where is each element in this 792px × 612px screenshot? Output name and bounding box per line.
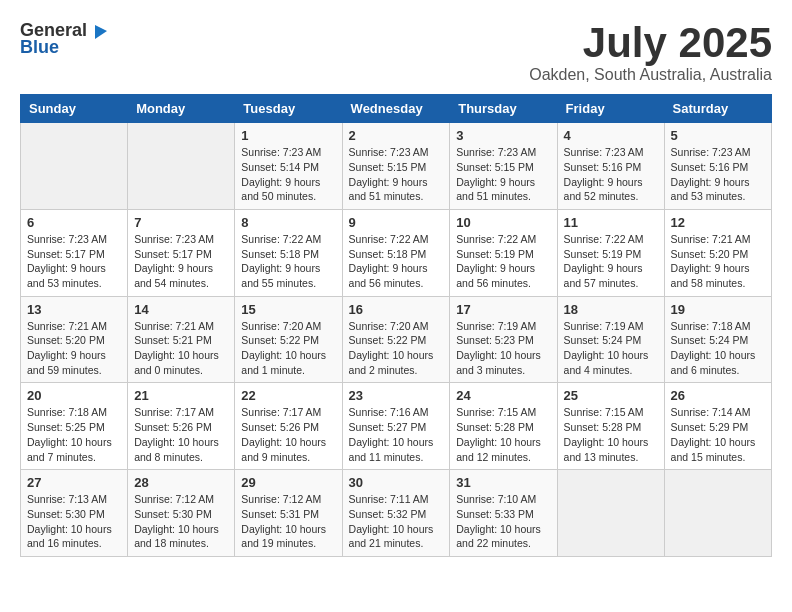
calendar-cell [21, 123, 128, 210]
calendar-cell: 1Sunrise: 7:23 AM Sunset: 5:14 PM Daylig… [235, 123, 342, 210]
calendar-cell: 16Sunrise: 7:20 AM Sunset: 5:22 PM Dayli… [342, 296, 450, 383]
day-info: Sunrise: 7:10 AM Sunset: 5:33 PM Dayligh… [456, 492, 550, 551]
calendar-cell: 3Sunrise: 7:23 AM Sunset: 5:15 PM Daylig… [450, 123, 557, 210]
day-info: Sunrise: 7:22 AM Sunset: 5:19 PM Dayligh… [564, 232, 658, 291]
day-info: Sunrise: 7:23 AM Sunset: 5:17 PM Dayligh… [134, 232, 228, 291]
day-info: Sunrise: 7:17 AM Sunset: 5:26 PM Dayligh… [134, 405, 228, 464]
calendar-table: SundayMondayTuesdayWednesdayThursdayFrid… [20, 94, 772, 557]
day-info: Sunrise: 7:23 AM Sunset: 5:15 PM Dayligh… [456, 145, 550, 204]
location-title: Oakden, South Australia, Australia [529, 66, 772, 84]
day-info: Sunrise: 7:19 AM Sunset: 5:23 PM Dayligh… [456, 319, 550, 378]
calendar-cell: 20Sunrise: 7:18 AM Sunset: 5:25 PM Dayli… [21, 383, 128, 470]
day-number: 11 [564, 215, 658, 230]
calendar-cell: 18Sunrise: 7:19 AM Sunset: 5:24 PM Dayli… [557, 296, 664, 383]
weekday-header-thursday: Thursday [450, 95, 557, 123]
calendar-cell: 7Sunrise: 7:23 AM Sunset: 5:17 PM Daylig… [128, 209, 235, 296]
calendar-cell: 26Sunrise: 7:14 AM Sunset: 5:29 PM Dayli… [664, 383, 771, 470]
calendar-week-row: 1Sunrise: 7:23 AM Sunset: 5:14 PM Daylig… [21, 123, 772, 210]
calendar-cell: 4Sunrise: 7:23 AM Sunset: 5:16 PM Daylig… [557, 123, 664, 210]
calendar-cell: 12Sunrise: 7:21 AM Sunset: 5:20 PM Dayli… [664, 209, 771, 296]
day-info: Sunrise: 7:22 AM Sunset: 5:18 PM Dayligh… [241, 232, 335, 291]
day-info: Sunrise: 7:21 AM Sunset: 5:20 PM Dayligh… [27, 319, 121, 378]
day-number: 28 [134, 475, 228, 490]
calendar-cell: 5Sunrise: 7:23 AM Sunset: 5:16 PM Daylig… [664, 123, 771, 210]
day-info: Sunrise: 7:22 AM Sunset: 5:18 PM Dayligh… [349, 232, 444, 291]
calendar-cell: 15Sunrise: 7:20 AM Sunset: 5:22 PM Dayli… [235, 296, 342, 383]
weekday-header-wednesday: Wednesday [342, 95, 450, 123]
day-info: Sunrise: 7:23 AM Sunset: 5:15 PM Dayligh… [349, 145, 444, 204]
day-info: Sunrise: 7:21 AM Sunset: 5:21 PM Dayligh… [134, 319, 228, 378]
day-number: 14 [134, 302, 228, 317]
calendar-cell: 27Sunrise: 7:13 AM Sunset: 5:30 PM Dayli… [21, 470, 128, 557]
day-number: 4 [564, 128, 658, 143]
day-number: 23 [349, 388, 444, 403]
day-info: Sunrise: 7:15 AM Sunset: 5:28 PM Dayligh… [564, 405, 658, 464]
day-info: Sunrise: 7:11 AM Sunset: 5:32 PM Dayligh… [349, 492, 444, 551]
calendar-cell: 10Sunrise: 7:22 AM Sunset: 5:19 PM Dayli… [450, 209, 557, 296]
calendar-cell: 30Sunrise: 7:11 AM Sunset: 5:32 PM Dayli… [342, 470, 450, 557]
calendar-cell: 23Sunrise: 7:16 AM Sunset: 5:27 PM Dayli… [342, 383, 450, 470]
weekday-header-sunday: Sunday [21, 95, 128, 123]
month-title: July 2025 [529, 20, 772, 66]
calendar-cell: 13Sunrise: 7:21 AM Sunset: 5:20 PM Dayli… [21, 296, 128, 383]
calendar-cell: 2Sunrise: 7:23 AM Sunset: 5:15 PM Daylig… [342, 123, 450, 210]
weekday-header-tuesday: Tuesday [235, 95, 342, 123]
day-number: 30 [349, 475, 444, 490]
day-number: 18 [564, 302, 658, 317]
day-info: Sunrise: 7:20 AM Sunset: 5:22 PM Dayligh… [241, 319, 335, 378]
day-number: 10 [456, 215, 550, 230]
calendar-header-row: SundayMondayTuesdayWednesdayThursdayFrid… [21, 95, 772, 123]
day-info: Sunrise: 7:19 AM Sunset: 5:24 PM Dayligh… [564, 319, 658, 378]
day-number: 3 [456, 128, 550, 143]
calendar-cell [128, 123, 235, 210]
day-number: 24 [456, 388, 550, 403]
calendar-cell: 31Sunrise: 7:10 AM Sunset: 5:33 PM Dayli… [450, 470, 557, 557]
day-info: Sunrise: 7:18 AM Sunset: 5:25 PM Dayligh… [27, 405, 121, 464]
day-number: 8 [241, 215, 335, 230]
header: General Blue July 2025 Oakden, South Aus… [20, 20, 772, 84]
day-info: Sunrise: 7:23 AM Sunset: 5:16 PM Dayligh… [671, 145, 765, 204]
day-info: Sunrise: 7:13 AM Sunset: 5:30 PM Dayligh… [27, 492, 121, 551]
calendar-cell: 8Sunrise: 7:22 AM Sunset: 5:18 PM Daylig… [235, 209, 342, 296]
calendar-week-row: 20Sunrise: 7:18 AM Sunset: 5:25 PM Dayli… [21, 383, 772, 470]
day-info: Sunrise: 7:21 AM Sunset: 5:20 PM Dayligh… [671, 232, 765, 291]
day-number: 1 [241, 128, 335, 143]
weekday-header-monday: Monday [128, 95, 235, 123]
calendar-cell: 22Sunrise: 7:17 AM Sunset: 5:26 PM Dayli… [235, 383, 342, 470]
day-info: Sunrise: 7:15 AM Sunset: 5:28 PM Dayligh… [456, 405, 550, 464]
day-number: 19 [671, 302, 765, 317]
calendar-cell: 9Sunrise: 7:22 AM Sunset: 5:18 PM Daylig… [342, 209, 450, 296]
day-info: Sunrise: 7:17 AM Sunset: 5:26 PM Dayligh… [241, 405, 335, 464]
day-number: 27 [27, 475, 121, 490]
day-number: 29 [241, 475, 335, 490]
calendar-cell: 17Sunrise: 7:19 AM Sunset: 5:23 PM Dayli… [450, 296, 557, 383]
calendar-cell: 24Sunrise: 7:15 AM Sunset: 5:28 PM Dayli… [450, 383, 557, 470]
day-number: 20 [27, 388, 121, 403]
day-number: 26 [671, 388, 765, 403]
day-info: Sunrise: 7:23 AM Sunset: 5:16 PM Dayligh… [564, 145, 658, 204]
calendar-cell: 6Sunrise: 7:23 AM Sunset: 5:17 PM Daylig… [21, 209, 128, 296]
calendar-cell: 21Sunrise: 7:17 AM Sunset: 5:26 PM Dayli… [128, 383, 235, 470]
title-area: July 2025 Oakden, South Australia, Austr… [529, 20, 772, 84]
calendar-cell [557, 470, 664, 557]
calendar-cell: 19Sunrise: 7:18 AM Sunset: 5:24 PM Dayli… [664, 296, 771, 383]
day-number: 31 [456, 475, 550, 490]
day-number: 21 [134, 388, 228, 403]
day-number: 25 [564, 388, 658, 403]
day-number: 12 [671, 215, 765, 230]
svg-marker-0 [95, 25, 107, 39]
day-number: 9 [349, 215, 444, 230]
day-number: 15 [241, 302, 335, 317]
day-info: Sunrise: 7:18 AM Sunset: 5:24 PM Dayligh… [671, 319, 765, 378]
weekday-header-friday: Friday [557, 95, 664, 123]
calendar-week-row: 13Sunrise: 7:21 AM Sunset: 5:20 PM Dayli… [21, 296, 772, 383]
calendar-cell: 14Sunrise: 7:21 AM Sunset: 5:21 PM Dayli… [128, 296, 235, 383]
day-info: Sunrise: 7:12 AM Sunset: 5:31 PM Dayligh… [241, 492, 335, 551]
calendar-cell: 11Sunrise: 7:22 AM Sunset: 5:19 PM Dayli… [557, 209, 664, 296]
day-number: 17 [456, 302, 550, 317]
day-info: Sunrise: 7:16 AM Sunset: 5:27 PM Dayligh… [349, 405, 444, 464]
day-number: 7 [134, 215, 228, 230]
calendar-week-row: 6Sunrise: 7:23 AM Sunset: 5:17 PM Daylig… [21, 209, 772, 296]
weekday-header-saturday: Saturday [664, 95, 771, 123]
day-info: Sunrise: 7:22 AM Sunset: 5:19 PM Dayligh… [456, 232, 550, 291]
